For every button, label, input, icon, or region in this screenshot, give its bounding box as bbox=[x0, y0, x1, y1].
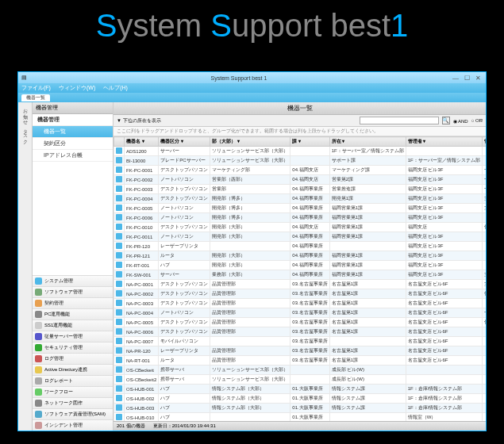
nav-label: 契約管理 bbox=[44, 300, 63, 307]
table-row[interactable]: FK-PC-0011ノートパソコン開発部（大部）04.福岡事業所福岡営業第1課福… bbox=[114, 232, 487, 242]
device-icon bbox=[116, 224, 122, 230]
table-row[interactable]: FK-PC-0006ノートパソコン開発部（博多）04.福岡事業所福岡営業第1課福… bbox=[114, 213, 487, 223]
table-row[interactable]: FK-PC-0005ノートパソコン開発部（博多）04.福岡事業所福岡営業第1課福… bbox=[114, 204, 487, 213]
column-header[interactable]: 所在 ▾ bbox=[329, 137, 406, 147]
nav-item[interactable]: ソフトウェア資産管理(SAM) bbox=[33, 408, 113, 419]
dock-notice[interactable]: お知らせ bbox=[21, 105, 29, 122]
nav-label: セキュリティ管理 bbox=[44, 344, 83, 351]
device-icon bbox=[116, 205, 122, 211]
table-row[interactable]: NA-PC-0007モバイルパソコン03.名古屋事業所名古屋支店 ビル6F bbox=[114, 337, 487, 346]
table-row[interactable]: FK-PC-0003デスクトップパソコン営業部04.福岡事業所営業推進課福岡支店… bbox=[114, 185, 487, 194]
menu-help[interactable]: ヘルプ(H) bbox=[103, 84, 128, 92]
column-header[interactable]: 機器名 ▾ bbox=[125, 137, 159, 147]
panel-title: 機器一覧 bbox=[113, 102, 486, 115]
device-icon bbox=[116, 166, 122, 173]
table-row[interactable]: NA-PC-0001デスクトップパソコン品質管理部03.名古屋事業所名古屋第1課… bbox=[114, 280, 487, 289]
nav-item[interactable]: ソフトウェア管理 bbox=[33, 286, 113, 297]
table-row[interactable]: FK-PR-120レーザープリンタ04.福岡事業所福岡支店 ビル3F bbox=[114, 242, 487, 251]
table-row[interactable]: NA-RT-001ルータ品質管理部03.名古屋事業所名古屋第1課名古屋支店 ビル… bbox=[114, 356, 487, 366]
sidebar-item[interactable]: IPアドレス台帳 bbox=[33, 150, 113, 162]
device-icon bbox=[116, 376, 122, 382]
nav-item[interactable]: システム管理 bbox=[33, 275, 113, 286]
table-row[interactable]: OS-HUB-001ハブ情報システム部（大部）01.大阪事業所情報システム課1F… bbox=[114, 385, 487, 394]
column-header[interactable]: 管理者 ▾ bbox=[406, 137, 482, 147]
sidebar: 機器管理 機器管理 機器一覧契約区分IPアドレス台帳 システム管理ソフトウェア管… bbox=[33, 102, 113, 431]
column-header[interactable]: 管理部門 ▾ bbox=[482, 137, 486, 147]
table-row[interactable]: NA-PC-0003デスクトップパソコン品質管理部03.名古屋事業所名古屋第1課… bbox=[114, 299, 487, 308]
table-row[interactable]: BI-13000ブレードPCサーバーソリューションサービス部（大部）サポート課1… bbox=[114, 156, 487, 166]
device-icon bbox=[116, 357, 122, 363]
table-row[interactable]: FK-PR-121ルータ開発部（大部）04.福岡事業所福岡営業第1課福岡支店 ビ… bbox=[114, 251, 487, 261]
table-row[interactable]: NA-PC-0005デスクトップパソコン品質管理部03.名古屋事業所名古屋第1課… bbox=[114, 318, 487, 327]
nav-item[interactable]: 契約管理 bbox=[33, 297, 113, 308]
product-banner: System Support best1 bbox=[0, 0, 504, 48]
filter-sublocations[interactable]: ▼ 下位の所在を表示 bbox=[117, 117, 161, 124]
nav-item[interactable]: セキュリティ管理 bbox=[33, 342, 113, 353]
nav-label: ログレポート bbox=[44, 377, 73, 385]
device-icon bbox=[116, 328, 122, 335]
device-icon bbox=[116, 404, 122, 411]
left-dock: お知らせ タスク bbox=[18, 102, 33, 431]
search-input[interactable] bbox=[360, 117, 439, 124]
group-hint: ここに列をドラッグアンドドロップすると、グループ化ができます。範囲する場合は列を… bbox=[113, 127, 486, 136]
main-panel: 機器一覧 ▼ 下位の所在を表示 🔍 ◉ AND ○ OR ここに列をドラッグアン… bbox=[113, 102, 486, 431]
nav-label: ログ管理 bbox=[44, 355, 63, 362]
device-icon bbox=[116, 319, 122, 325]
table-row[interactable]: NA-PC-0004ノートパソコン品質管理部03.名古屋事業所名古屋第1課名古屋… bbox=[114, 308, 487, 318]
nav-icon bbox=[35, 411, 42, 418]
nav-icon bbox=[35, 355, 42, 362]
sidebar-item[interactable]: 契約区分 bbox=[33, 138, 113, 150]
column-header[interactable]: 機器区分 ▾ bbox=[159, 137, 210, 147]
table-row[interactable]: OS-HUB-002ハブ情報システム部（大部）01.大阪事業所情報システム課1F… bbox=[114, 394, 487, 404]
device-icon bbox=[116, 233, 122, 239]
table-row[interactable]: FK-PC-0010デスクトップパソコン開発部（大部）04.福岡支店福岡営業第1… bbox=[114, 223, 487, 232]
dock-task[interactable]: タスク bbox=[21, 125, 29, 142]
search-icon[interactable]: 🔍 bbox=[442, 117, 450, 124]
table-row[interactable]: OS-HUB-003ハブ情報システム部（大部）01.大阪事業所情報システム課1F… bbox=[114, 404, 487, 413]
table-row[interactable]: NA-PR-120レーザープリンタ品質管理部03.名古屋事業所名古屋第1課名古屋… bbox=[114, 346, 487, 356]
table-row[interactable]: FK-RT-001ハブ開発部（大部）04.福岡事業所福岡営業第1課福岡支店 ビル… bbox=[114, 261, 487, 270]
table-row[interactable]: FK-SW-001サーバー業務部（大部）04.福岡事業所福岡営業第1課福岡支店 … bbox=[114, 270, 487, 280]
window-titlebar[interactable]: ▤ System Support best 1 — ☐ ✕ bbox=[18, 72, 486, 83]
nav-label: ネットワーク図作 bbox=[44, 400, 83, 407]
table-row[interactable]: OS-HUB-010ハブ01.大阪事業所情報室（W） bbox=[114, 413, 487, 422]
sidebar-tree-root[interactable]: 機器管理 bbox=[33, 114, 113, 126]
data-grid[interactable]: 機器名 ▾機器区分 ▾部（大部） ▾課 ▾所在 ▾管理者 ▾管理部門 ▾管理者名… bbox=[113, 136, 486, 421]
nav-item[interactable]: ログ管理 bbox=[33, 353, 113, 364]
menu-file[interactable]: ファイル(F) bbox=[21, 84, 51, 92]
nav-label: ワークフロー bbox=[44, 388, 73, 396]
nav-item[interactable]: SS1運用機能 bbox=[33, 320, 113, 331]
nav-item[interactable]: PC運用機能 bbox=[33, 308, 113, 320]
nav-item[interactable]: 従量サーバー管理 bbox=[33, 331, 113, 342]
device-icon bbox=[116, 147, 122, 154]
minimize-button[interactable]: — bbox=[451, 74, 460, 82]
sidebar-item[interactable]: 機器一覧 bbox=[33, 126, 113, 138]
nav-icon bbox=[35, 344, 42, 351]
column-header[interactable]: 課 ▾ bbox=[290, 137, 329, 147]
or-option[interactable]: ○ OR bbox=[471, 118, 483, 123]
nav-item[interactable]: インシデント管理 bbox=[33, 419, 113, 431]
maximize-button[interactable]: ☐ bbox=[462, 74, 471, 82]
table-row[interactable]: OS-CBeckett携帯サーバソリューションサービス部（大部）成長部 ビル(W… bbox=[114, 366, 487, 375]
nav-item[interactable]: ネットワーク図作 bbox=[33, 397, 113, 408]
table-row[interactable]: FK-PC-0001デスクトップパソコンマーケティング部04.福岡支店マーケティ… bbox=[114, 166, 487, 175]
table-row[interactable]: ADS1200サーバーソリューションサービス部（大部）1F：サーバー室／情報シス… bbox=[114, 147, 487, 156]
device-icon bbox=[116, 338, 122, 344]
nav-label: インシデント管理 bbox=[44, 422, 83, 429]
table-row[interactable]: FK-PC-0004デスクトップパソコン開発部（博多）04.福岡事業所開発第1課… bbox=[114, 194, 487, 204]
and-option[interactable]: ◉ AND bbox=[453, 118, 468, 124]
column-header[interactable] bbox=[114, 137, 125, 147]
nav-item[interactable]: ワークフロー bbox=[33, 386, 113, 397]
tab-device-list[interactable]: 機器一覧 bbox=[21, 94, 50, 101]
nav-icon bbox=[35, 388, 42, 396]
close-button[interactable]: ✕ bbox=[473, 74, 483, 82]
table-row[interactable]: FK-PC-0002ノートパソコン営業部（西部）04.福岡支店営業第2課福岡支店… bbox=[114, 175, 487, 185]
table-row[interactable]: NA-PC-0002デスクトップパソコン品質管理部03.名古屋事業所名古屋第1課… bbox=[114, 289, 487, 299]
column-header[interactable]: 部（大部） ▾ bbox=[210, 137, 290, 147]
table-row[interactable]: NA-PC-0006デスクトップパソコン品質管理部03.名古屋事業所名古屋第1課… bbox=[114, 327, 487, 337]
menu-window[interactable]: ウィンドウ(W) bbox=[59, 84, 95, 92]
status-count: 201 個の機器 bbox=[117, 423, 145, 430]
table-row[interactable]: OS-CBeckett2携帯サーバソリューションサービス部（大部）成長部 ビル(… bbox=[114, 375, 487, 385]
nav-item[interactable]: Active Directory連携 bbox=[33, 364, 113, 375]
nav-item[interactable]: ログレポート bbox=[33, 375, 113, 386]
